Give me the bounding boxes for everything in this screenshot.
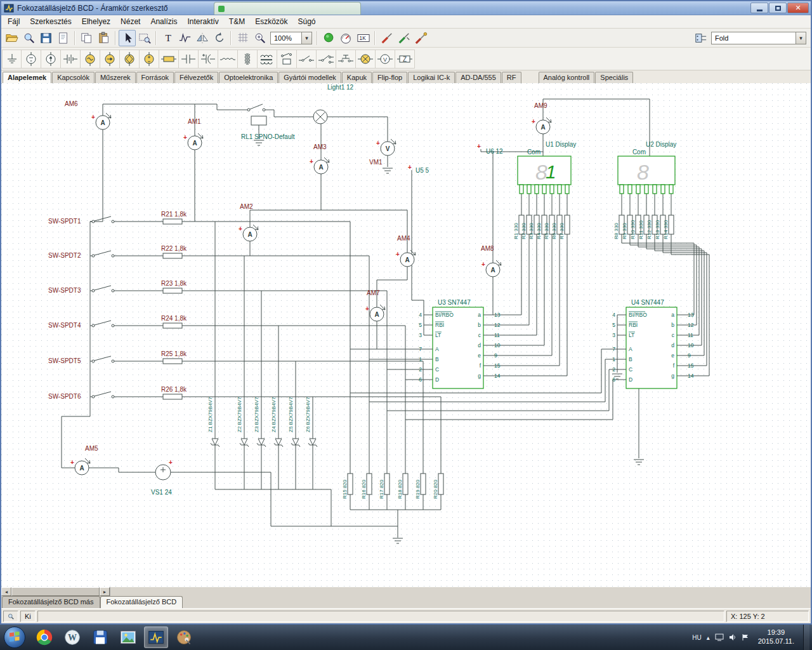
- resistor-R21[interactable]: R21 1,8k: [161, 211, 187, 224]
- component-transformer[interactable]: [238, 50, 258, 69]
- switch-SW-SPDT3[interactable]: SW-SPDT3: [48, 286, 114, 294]
- taskbar-app-chrome[interactable]: [32, 627, 56, 648]
- palette-tab-specilis[interactable]: Speciális: [595, 72, 633, 83]
- source-VS1[interactable]: +VS1 24: [151, 459, 173, 496]
- component-pushbutton[interactable]: [336, 50, 356, 69]
- meter-AM3[interactable]: A+AM3: [310, 143, 329, 174]
- mirror-button[interactable]: [193, 30, 211, 46]
- source-U5[interactable]: +U5 5: [408, 164, 429, 174]
- report-button[interactable]: [55, 30, 72, 46]
- menu-item-interaktv[interactable]: Interaktív: [182, 15, 223, 28]
- background-window-tab[interactable]: [214, 2, 361, 15]
- horizontal-scrollbar[interactable]: ◂ ▸: [1, 587, 110, 596]
- ic-U3[interactable]: U3 SN74474BI/RBO5RBI3LT7A1B2C6D13a12b11c…: [419, 299, 500, 388]
- meter-AM4[interactable]: A+AM4: [396, 235, 416, 267]
- waveform-button[interactable]: [176, 30, 193, 46]
- maximize-button[interactable]: [769, 3, 787, 13]
- taskbar-app-paint[interactable]: [172, 627, 196, 648]
- meter-AM1[interactable]: A+AM1: [183, 118, 203, 150]
- component-electrolytic-capacitor[interactable]: [199, 50, 218, 69]
- copy-button[interactable]: [78, 30, 95, 46]
- menu-item-sg[interactable]: Súgó: [293, 15, 321, 28]
- ground-dropdown-arrow[interactable]: ▾: [796, 32, 806, 44]
- scroll-right-arrow[interactable]: ▸: [100, 587, 110, 596]
- component-relay-coil[interactable]: [277, 50, 297, 69]
- minimize-button[interactable]: [750, 3, 768, 13]
- resistor-R26[interactable]: R26 1,8k: [161, 386, 187, 399]
- probe-green-button[interactable]: [395, 30, 412, 46]
- resistor-R15[interactable]: R15 820: [342, 474, 353, 499]
- close-button[interactable]: ✕: [787, 3, 809, 13]
- palette-tab-kapcsolk[interactable]: Kapcsolók: [52, 72, 95, 83]
- ohm-1k-button[interactable]: 1K: [355, 30, 372, 46]
- component-controlled-source[interactable]: [120, 50, 140, 69]
- ic-U4[interactable]: U4 SN74474BI/RBO5RBI3LT7A1B2C6D13a12b11c…: [612, 299, 693, 388]
- meter-AM5[interactable]: A+AM5: [70, 445, 98, 475]
- zener-Z6[interactable]: Z6 BZX79B4V7: [305, 397, 317, 453]
- menu-item-analzis[interactable]: Analízis: [145, 15, 182, 28]
- scroll-left-arrow[interactable]: ◂: [1, 587, 11, 596]
- resistor-R23[interactable]: R23 1,8k: [161, 280, 187, 293]
- start-button[interactable]: [4, 627, 25, 648]
- resistor-R16[interactable]: R16 820: [361, 474, 372, 499]
- component-impedance[interactable]: Z: [395, 50, 415, 69]
- select-button[interactable]: [119, 30, 136, 46]
- component-resistor[interactable]: [159, 50, 179, 69]
- text-tool-button[interactable]: T: [159, 30, 176, 46]
- zoom-window-button[interactable]: [136, 30, 153, 46]
- menu-item-fjl[interactable]: Fájl: [3, 15, 25, 28]
- display-U2[interactable]: 8ComU2 Display: [618, 141, 676, 194]
- flag-icon[interactable]: [742, 633, 749, 641]
- component-voltage-source[interactable]: [22, 50, 41, 69]
- ground-symbol[interactable]: [254, 140, 264, 145]
- menu-item-eszkzk[interactable]: Eszközök: [250, 15, 292, 28]
- menu-item-szerkeszts[interactable]: Szerkesztés: [25, 15, 76, 28]
- paste-button[interactable]: [95, 30, 112, 46]
- schematic-canvas[interactable]: SW-SPDT1R21 1,8kSW-SPDT2R22 1,8kSW-SPDT3…: [1, 83, 811, 587]
- resistor-R25[interactable]: R25 1,8k: [161, 350, 187, 364]
- taskbar-app-save-tool[interactable]: [88, 627, 112, 648]
- switch-SW-SPDT2[interactable]: SW-SPDT2: [48, 251, 114, 259]
- menu-item-tm[interactable]: T&M: [224, 15, 250, 28]
- resistor-R17[interactable]: R17 820: [379, 474, 390, 499]
- palette-tab-adda555[interactable]: AD-DA/555: [455, 72, 501, 83]
- component-coupled-inductor[interactable]: [258, 50, 277, 69]
- zoom-in-button[interactable]: [251, 30, 268, 46]
- zoom-dropdown-arrow[interactable]: ▾: [301, 32, 311, 44]
- palette-tab-gyrtimodellek[interactable]: Gyártói modellek: [278, 72, 341, 83]
- probe-tool-button[interactable]: [412, 30, 429, 46]
- component-inductor[interactable]: [218, 50, 238, 69]
- palette-tab-kapuk[interactable]: Kapuk: [342, 72, 372, 83]
- zoom-select[interactable]: 100% ▾: [270, 32, 312, 44]
- status-icon-button[interactable]: [3, 611, 18, 622]
- palette-tab-flvezetk[interactable]: Félvezetők: [174, 72, 218, 83]
- component-voltage-generator[interactable]: [81, 50, 100, 69]
- zener-Z5[interactable]: Z5 BZX79B4V7: [288, 397, 300, 453]
- palette-tab-flipflop[interactable]: Flip-flop: [372, 72, 407, 83]
- lamp-Light1[interactable]: Light1 12: [313, 84, 354, 124]
- component-current-generator[interactable]: [100, 50, 120, 69]
- tray-expand-arrow[interactable]: ▴: [707, 634, 710, 641]
- palette-tab-analgkontroll[interactable]: Analóg kontroll: [539, 72, 595, 83]
- language-indicator[interactable]: HU: [692, 634, 701, 641]
- palette-tab-optoelektronika[interactable]: Optoelektronika: [219, 72, 278, 83]
- palette-tab-mszerek[interactable]: Műszerek: [95, 72, 136, 83]
- scroll-thumb[interactable]: [11, 587, 100, 596]
- palette-tab-rf[interactable]: RF: [502, 72, 521, 83]
- meter-AM7[interactable]: A+AM7: [365, 289, 385, 321]
- status-ki-button[interactable]: Ki: [20, 611, 36, 622]
- component-ground[interactable]: [2, 50, 22, 69]
- ground-symbol[interactable]: [634, 460, 644, 465]
- taskbar-app-photo-viewer[interactable]: [116, 627, 140, 648]
- palette-tab-forrsok[interactable]: Források: [136, 72, 174, 83]
- switch-SW-SPDT5[interactable]: SW-SPDT5: [48, 356, 114, 364]
- schematic-area[interactable]: SW-SPDT1R21 1,8kSW-SPDT2R22 1,8kSW-SPDT3…: [1, 83, 811, 587]
- component-battery[interactable]: [61, 50, 81, 69]
- component-current-source[interactable]: [41, 50, 61, 69]
- switch-SW-SPDT6[interactable]: SW-SPDT6: [48, 392, 114, 400]
- save-button[interactable]: [37, 30, 55, 46]
- rotate-button[interactable]: [211, 30, 228, 46]
- dc-meter-button[interactable]: [337, 30, 355, 46]
- component-voltmeter[interactable]: V: [376, 50, 395, 69]
- resistor-R18[interactable]: R18 820: [397, 474, 408, 499]
